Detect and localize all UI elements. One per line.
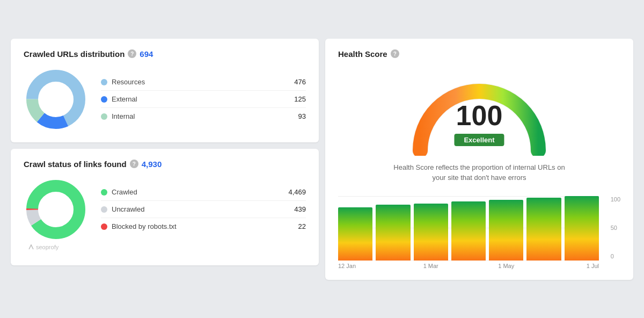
gauge-badge: Excellent <box>454 134 504 146</box>
bar-3-fill <box>414 204 448 261</box>
uncrawled-dot <box>101 206 107 213</box>
legend-item-resources: Resources 476 <box>101 74 306 91</box>
dashboard: Crawled URLs distribution ? 694 <box>11 39 633 280</box>
crawl-status-help-icon[interactable]: ? <box>130 160 138 168</box>
crawled-dot <box>101 189 107 196</box>
seoprofy-logo-icon <box>28 244 34 250</box>
legend-item-internal: Internal 93 <box>101 108 306 125</box>
bar-6 <box>526 198 561 260</box>
bar-7 <box>565 196 599 261</box>
health-score-label: Health Score <box>338 49 387 59</box>
bar-chart-inner: 100 50 0 <box>338 196 620 261</box>
health-score-chart: 100 50 0 12 Jan 1 Mar 1 May 1 Jul <box>338 196 620 269</box>
bar-6-fill <box>526 198 561 260</box>
crawled-urls-legend: Resources 476 External 125 <box>101 74 306 125</box>
internal-label: Internal <box>112 112 135 120</box>
y-label-50: 50 <box>611 225 620 231</box>
svg-point-7 <box>39 192 73 227</box>
crawl-status-card: Crawl status of links found ? 4,930 <box>11 149 319 265</box>
bar-3 <box>414 204 448 261</box>
chart-x-labels: 12 Jan 1 Mar 1 May 1 Jul <box>338 263 620 269</box>
crawl-status-title: Crawl status of links found ? 4,930 <box>24 160 306 169</box>
health-score-description: Health Score reflects the proportion of … <box>393 162 565 183</box>
watermark-text: seoprofy <box>36 244 58 250</box>
legend-item-crawled: Crawled 4,469 <box>101 184 306 201</box>
bar-group-2 <box>376 196 410 261</box>
bar-group-5 <box>489 196 523 261</box>
uncrawled-value: 439 <box>294 205 306 213</box>
blocked-label: Blocked by robots.txt <box>112 222 177 230</box>
y-label-0: 0 <box>611 253 620 259</box>
bar-2 <box>376 205 410 260</box>
legend-item-external: External 125 <box>101 91 306 108</box>
y-label-100: 100 <box>611 196 620 203</box>
external-dot <box>101 96 107 103</box>
crawled-urls-label: Crawled URLs distribution <box>24 49 125 59</box>
bar-group-4 <box>451 196 486 261</box>
x-label-spacer2 <box>451 263 486 269</box>
crawled-urls-title: Crawled URLs distribution ? 694 <box>24 49 306 59</box>
bar-7-fill <box>565 196 599 261</box>
legend-item-uncrawled: Uncrawled 439 <box>101 201 306 218</box>
x-label-spacer3 <box>526 263 561 269</box>
external-label: External <box>112 95 137 103</box>
crawl-status-count: 4,930 <box>142 160 162 169</box>
crawled-urls-card: Crawled URLs distribution ? 694 <box>11 39 319 142</box>
crawl-status-donut <box>24 177 88 242</box>
x-label-2: 1 Mar <box>414 263 448 269</box>
bar-group-6 <box>526 196 561 261</box>
bar-2-fill <box>376 205 410 260</box>
gauge-number: 100 <box>454 102 504 129</box>
x-label-1: 12 Jan <box>338 263 372 269</box>
resources-value: 476 <box>294 78 306 86</box>
uncrawled-label: Uncrawled <box>112 205 144 213</box>
bar-group-3 <box>414 196 448 261</box>
bar-1 <box>338 207 372 260</box>
x-label-4: 1 Jul <box>565 263 599 269</box>
blocked-dot <box>101 223 107 230</box>
health-score-card: Health Score ? <box>325 39 633 280</box>
health-score-title: Health Score ? <box>338 49 399 59</box>
crawled-urls-count: 694 <box>140 49 153 59</box>
crawled-label: Crawled <box>112 188 137 196</box>
svg-point-3 <box>39 82 73 117</box>
crawled-urls-chart-row: Resources 476 External 125 <box>24 67 306 132</box>
crawled-urls-help-icon[interactable]: ? <box>128 49 136 58</box>
external-value: 125 <box>294 95 306 103</box>
chart-y-labels: 100 50 0 <box>611 196 620 261</box>
bar-5 <box>489 200 523 261</box>
crawled-value: 4,469 <box>288 188 306 196</box>
x-label-3: 1 May <box>489 263 523 269</box>
legend-item-blocked: Blocked by robots.txt 22 <box>101 218 306 235</box>
crawl-status-label: Crawl status of links found <box>24 160 127 169</box>
left-column: Crawled URLs distribution ? 694 <box>11 39 319 265</box>
resources-dot <box>101 79 107 85</box>
donut-svg <box>24 67 88 132</box>
bar-1-fill <box>338 207 372 260</box>
bar-5-fill <box>489 200 523 261</box>
bar-4-fill <box>451 201 486 260</box>
watermark: seoprofy <box>28 244 58 250</box>
health-score-help-icon[interactable]: ? <box>391 49 399 58</box>
internal-dot <box>101 113 107 120</box>
crawl-donut-svg <box>24 177 88 242</box>
blocked-value: 22 <box>298 222 306 230</box>
bar-group-7 <box>565 196 599 261</box>
crawl-status-chart-row: Crawled 4,469 Uncrawled 439 <box>24 177 306 242</box>
bar-4 <box>451 201 486 260</box>
gauge-score-display: 100 Excellent <box>454 102 504 146</box>
internal-value: 93 <box>298 112 306 120</box>
health-score-gauge: 100 Excellent <box>409 78 549 156</box>
crawled-urls-donut <box>24 67 88 132</box>
resources-label: Resources <box>112 78 145 86</box>
crawl-status-legend: Crawled 4,469 Uncrawled 439 <box>101 184 306 235</box>
x-label-spacer1 <box>376 263 410 269</box>
bar-group-1 <box>338 196 372 261</box>
